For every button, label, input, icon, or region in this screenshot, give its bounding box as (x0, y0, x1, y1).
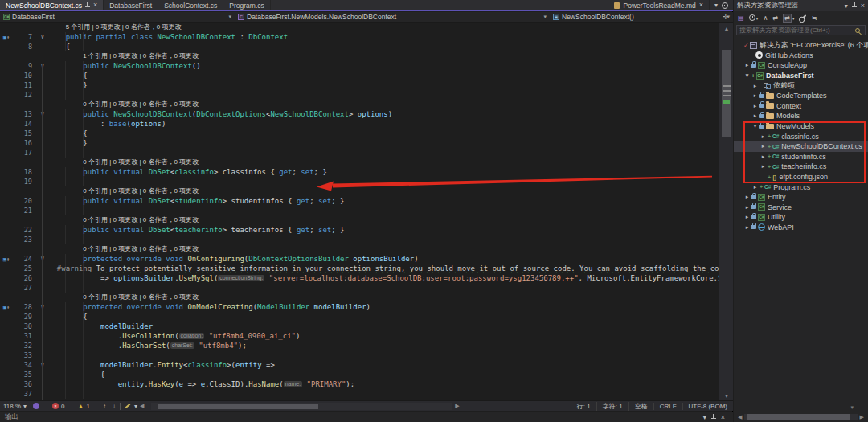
tree-item-DatabaseFirst[interactable]: ▾+C#DatabaseFirst (734, 71, 868, 81)
tree-item-GitHub Actions[interactable]: GitHub Actions (734, 51, 868, 61)
chevron-down-icon[interactable]: ▾ (703, 414, 706, 421)
tab-SchoolContext.cs[interactable]: SchoolContext.cs (158, 0, 223, 10)
collapsed-arrow-icon[interactable]: ▸ (743, 62, 751, 68)
editor-vertical-scrollbar[interactable]: ▲ ▼ (719, 23, 733, 400)
breadcrumb-type[interactable]: C DatabaseFirst.NewModels.NewSchoolDBCon… (235, 12, 550, 22)
hscroll-left-arrow-icon[interactable]: ◀ (140, 403, 144, 409)
tab-list-chevron-icon[interactable]: ▾ (714, 2, 718, 9)
fold-collapse-icon[interactable]: ∨ (37, 32, 48, 42)
health-indicator-icon[interactable] (33, 403, 39, 409)
preview-selected-items-icon[interactable]: ≒ (812, 14, 817, 22)
hscrollbar-thumb[interactable] (747, 414, 850, 420)
tree-item-ConsoleApp[interactable]: ▸C#ConsoleApp (734, 60, 868, 71)
properties-icon[interactable] (800, 17, 807, 18)
tab-options-gear-icon[interactable] (722, 2, 728, 9)
close-icon[interactable]: × (93, 2, 97, 9)
collapsed-arrow-icon[interactable]: ▸ (743, 194, 751, 200)
fold-collapse-icon[interactable]: ∨ (37, 302, 48, 312)
expanded-arrow-icon[interactable]: ▾ (751, 123, 759, 129)
hscroll-right-arrow-icon[interactable]: ▶ (455, 403, 459, 409)
codelens-indicator[interactable]: 0 个引用 | 0 项更改 | 0 名作者，0 项更改 (0, 100, 719, 109)
column-indicator[interactable]: 字符: 1 (596, 402, 628, 411)
scroll-up-arrow-icon[interactable]: ▲ (719, 26, 734, 31)
tree-scroll-down-icon[interactable]: ▾ (850, 404, 854, 411)
close-icon[interactable]: × (699, 2, 703, 9)
codelens-indicator[interactable]: 0 个引用 | 0 项更改 | 0 名作者，0 项更改 (0, 293, 719, 302)
zoom-level[interactable]: 118 % (3, 403, 21, 410)
solution-search-input[interactable] (737, 27, 855, 34)
pin-icon[interactable] (85, 2, 90, 9)
tree-item-Program.cs[interactable]: ▸+C#Program.cs (734, 182, 868, 192)
prev-issue-icon[interactable]: ↑ (103, 403, 106, 410)
spaces-indicator[interactable]: 空格 (628, 402, 653, 411)
collapsed-arrow-icon[interactable]: ▸ (760, 154, 767, 160)
override-margin-icon[interactable]: ▣↑ (0, 254, 13, 264)
solution-search-box[interactable] (736, 25, 866, 35)
switch-views-icon[interactable]: ▤ (738, 14, 744, 22)
collapsed-arrow-icon[interactable]: ▸ (751, 113, 759, 119)
tree-item-Utility[interactable]: ▸C#Utility (734, 212, 868, 223)
filter-pencil-icon[interactable] (125, 404, 130, 409)
code-editor[interactable]: 5 个引用 | 0 项更改 | 0 名作者，0 项更改▣↑7∨ public p… (0, 23, 719, 400)
collapsed-arrow-icon[interactable]: ▸ (743, 224, 751, 231)
hscroll-left-arrow-icon[interactable]: ◀ (738, 414, 742, 420)
codelens-indicator[interactable]: 5 个引用 | 0 项更改 | 0 名作者，0 项更改 (0, 23, 719, 32)
breadcrumb-project[interactable]: C# DatabaseFirst ▾ (0, 12, 235, 22)
close-icon[interactable]: × (861, 2, 865, 10)
collapsed-arrow-icon[interactable]: ▸ (760, 143, 767, 150)
collapsed-arrow-icon[interactable]: ▸ (743, 204, 751, 211)
tree-item-classinfo.cs[interactable]: ▸+C#classinfo.cs (734, 131, 868, 141)
collapsed-arrow-icon[interactable]: ▸ (751, 103, 759, 109)
fold-collapse-icon[interactable]: ∨ (37, 61, 48, 71)
tree-item-依赖项[interactable]: ▸依赖项 (734, 80, 868, 91)
breadcrumb-member[interactable]: ▣ NewSchoolDBContext() ▾ (550, 12, 733, 22)
collapsed-arrow-icon[interactable]: ▸ (751, 83, 759, 89)
tab-NewSchoolDBContext.cs[interactable]: NewSchoolDBContext.cs× (0, 0, 104, 10)
override-margin-icon[interactable]: ▣↑ (0, 302, 13, 312)
panel-horizontal-scrollbar[interactable]: ◀ ▶ (735, 413, 866, 420)
error-icon[interactable]: × (52, 403, 59, 409)
fold-collapse-icon[interactable]: ∨ (37, 360, 48, 370)
tree-item-Service[interactable]: ▸C#Service (734, 203, 868, 213)
pending-changes-icon[interactable]: ▾ (749, 14, 759, 21)
warning-count[interactable]: 1 (86, 403, 89, 410)
zoom-chevron-icon[interactable]: ▾ (23, 403, 27, 410)
tree-item-Models[interactable]: ▸Models (734, 111, 868, 121)
hscroll-right-arrow-icon[interactable]: ▶ (860, 414, 864, 420)
tab-PowerToolsReadMe.md[interactable]: PowerToolsReadMe.md× (608, 0, 710, 10)
expanded-arrow-icon[interactable]: ▾ (743, 72, 751, 79)
next-issue-icon[interactable]: ↓ (113, 403, 116, 410)
fold-collapse-icon[interactable]: ∨ (37, 254, 48, 264)
encoding-indicator[interactable]: UTF-8 (BOM) (682, 403, 733, 410)
tree-item-NewSchoolDBContext.cs[interactable]: ▸+C#NewSchoolDBContext.cs (734, 141, 868, 152)
codelens-indicator[interactable]: 0 个引用 | 0 项更改 | 0 名作者，0 项更改 (0, 244, 719, 254)
collapsed-arrow-icon[interactable]: ▸ (743, 214, 751, 220)
chevron-down-icon[interactable]: ▾ (845, 2, 848, 10)
line-indicator[interactable]: 行: 1 (571, 402, 596, 411)
filter-chevron-icon[interactable]: ▾ (134, 403, 137, 410)
tree-item-teacherinfo.cs[interactable]: ▸+C#teacherinfo.cs (734, 162, 868, 172)
codelens-indicator[interactable]: 1 个引用 | 0 项更改 | 0 名作者，0 项更改 (0, 51, 719, 61)
close-icon[interactable]: × (721, 414, 725, 421)
tree-item-efpt.config.json[interactable]: +{}efpt.config.json (734, 172, 868, 182)
collapsed-arrow-icon[interactable]: ▸ (751, 92, 759, 99)
tree-item-解决方案 'EFCoreExercise' (6 个项目，共 6 个)[interactable]: ✓解决方案 'EFCoreExercise' (6 个项目，共 6 个) (734, 40, 868, 51)
scrollbar-thumb[interactable] (722, 50, 731, 137)
error-count[interactable]: 0 (61, 403, 64, 410)
line-ending-indicator[interactable]: CRLF (653, 403, 682, 410)
tree-item-Entity[interactable]: ▸C#Entity (734, 192, 868, 203)
hscrollbar-thumb[interactable] (158, 404, 318, 409)
warning-icon[interactable]: ▲ (78, 403, 84, 410)
collapsed-arrow-icon[interactable]: ▸ (760, 163, 767, 170)
pin-icon[interactable] (852, 2, 857, 9)
tree-item-studentinfo.cs[interactable]: ▸+C#studentinfo.cs (734, 152, 868, 162)
collapsed-arrow-icon[interactable]: ▸ (760, 133, 767, 140)
sync-with-active-document-icon[interactable]: ⇄▾ (783, 14, 795, 23)
override-margin-icon[interactable]: ▣↑ (0, 32, 13, 42)
sync-icon[interactable]: ⇄ (772, 14, 778, 22)
scroll-down-arrow-icon[interactable]: ▼ (719, 393, 734, 399)
codelens-indicator[interactable]: 0 个引用 | 0 项更改 | 0 名作者，0 项更改 (0, 186, 719, 196)
fold-collapse-icon[interactable]: ∨ (37, 109, 48, 119)
editor-horizontal-scrollbar[interactable] (151, 403, 452, 410)
tab-DatabaseFirst[interactable]: DatabaseFirst (104, 0, 158, 10)
